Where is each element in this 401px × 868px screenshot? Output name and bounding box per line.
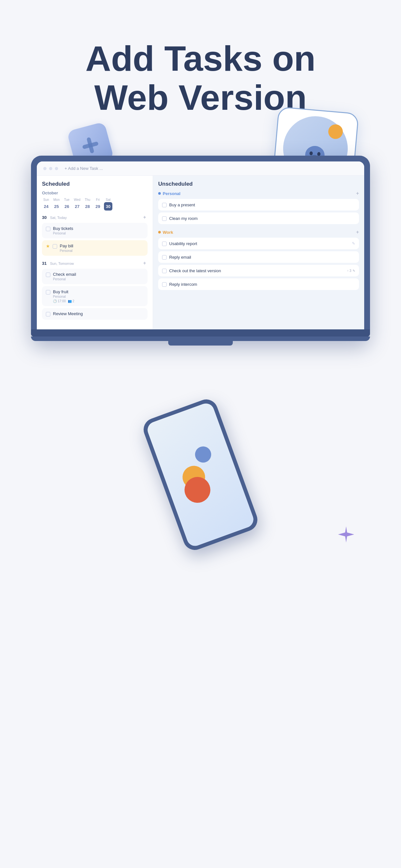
work-add-btn[interactable]: + (356, 229, 359, 235)
phone-screen (145, 401, 256, 548)
toolbar-dot-2 (49, 167, 52, 170)
cal-day-tue: Tue 26 (63, 198, 71, 211)
hero-title: Add Tasks on Web Version (0, 39, 401, 117)
work-section: Work + Usability report ✎ Reply email (158, 229, 359, 290)
task-check-email[interactable]: Check email Personal (42, 269, 148, 284)
task-checkbox[interactable] (46, 312, 50, 316)
personal-dot (158, 192, 161, 195)
date-section-31: 31 Sun, Tomorrow + Check email Personal (42, 260, 148, 320)
phone-content (145, 401, 256, 548)
task-review-meeting[interactable]: Review Meeting (42, 308, 148, 320)
edit-icon[interactable]: ✎ (352, 241, 355, 246)
month-label: October (42, 190, 148, 195)
laptop-foot (31, 337, 370, 341)
laptop-stand (168, 341, 233, 345)
personal-label: Personal (163, 191, 181, 196)
date-label-30: 30 Sat, Today + (42, 214, 148, 220)
cal-day-wed: Wed 27 (73, 198, 81, 211)
personal-section: Personal + Buy a present Clean my room (158, 190, 359, 224)
unscheduled-title: Unscheduled (158, 181, 359, 187)
phone-outer (141, 396, 261, 553)
task-pay-bill[interactable]: ★ Pay bill Personal (42, 240, 148, 256)
add-task-hint[interactable]: + Add a New Task ... (65, 166, 103, 171)
toolbar-dot-3 (55, 167, 58, 170)
task-checkbox[interactable] (162, 282, 166, 287)
task-reply-email[interactable]: Reply email (158, 251, 359, 263)
add-task-btn-30[interactable]: + (142, 214, 148, 220)
work-label: Work (163, 230, 173, 235)
task-checkbox[interactable] (162, 203, 166, 207)
cal-day-sat[interactable]: Sat 30 (104, 198, 112, 211)
unscheduled-column: Unscheduled Personal + Buy a pre (153, 176, 364, 330)
laptop-screen: + Add a New Task ... Scheduled October S… (37, 161, 364, 330)
cal-day-mon: Mon 25 (52, 198, 61, 211)
task-checkbox[interactable] (46, 290, 50, 294)
personal-section-header: Personal + (158, 190, 359, 196)
cal-day-thu: Thu 28 (83, 198, 92, 211)
task-clean-room[interactable]: Clean my room (158, 213, 359, 224)
cal-day-sun: Sun 24 (42, 198, 50, 211)
task-checkbox[interactable] (162, 269, 166, 273)
task-buy-present[interactable]: Buy a present (158, 199, 359, 211)
laptop-toolbar: + Add a New Task ... (37, 161, 364, 176)
phone-planet-blue (193, 444, 213, 465)
work-dot (158, 231, 161, 234)
scheduled-title: Scheduled (42, 181, 148, 187)
task-checkbox[interactable] (162, 242, 166, 246)
date-label-31: 31 Sun, Tomorrow + (42, 260, 148, 266)
task-checkbox[interactable] (46, 227, 50, 231)
personal-add-btn[interactable]: + (356, 190, 359, 196)
task-checkbox[interactable] (162, 255, 166, 259)
toolbar-dot-1 (43, 167, 47, 170)
laptop-mockup: + Add a New Task ... Scheduled October S… (31, 156, 370, 345)
star-icon: ★ (46, 244, 50, 249)
task-check-latest-version[interactable]: Check out the latest version ↑ 3 ✎ (158, 265, 359, 276)
task-checkbox[interactable] (162, 216, 166, 221)
scheduled-column: Scheduled October Sun 24 Mon 25 Tue (37, 176, 153, 330)
task-usability-report[interactable]: Usability report ✎ (158, 238, 359, 249)
cal-day-fri: Fri 29 (94, 198, 102, 211)
phone-mockup (141, 396, 261, 553)
task-checkbox[interactable] (53, 244, 57, 249)
task-buy-fruit[interactable]: Buy fruit Personal 🕐 17:00 👥 2 (42, 286, 148, 306)
task-buy-tickets[interactable]: Buy tickets Personal (42, 223, 148, 238)
add-task-btn-31[interactable]: + (142, 260, 148, 266)
task-checkbox[interactable] (46, 273, 50, 277)
work-section-header: Work + (158, 229, 359, 235)
laptop-base (31, 330, 370, 337)
calendar-row: Sun 24 Mon 25 Tue 26 Wed (42, 198, 148, 211)
laptop-content: Scheduled October Sun 24 Mon 25 Tue (37, 176, 364, 330)
phone-section (0, 378, 401, 571)
date-section-30: 30 Sat, Today + Buy tickets Personal (42, 214, 148, 256)
hero-section: Add Tasks on Web Version (0, 0, 401, 130)
task-reply-intercom[interactable]: Reply intercom (158, 278, 359, 290)
